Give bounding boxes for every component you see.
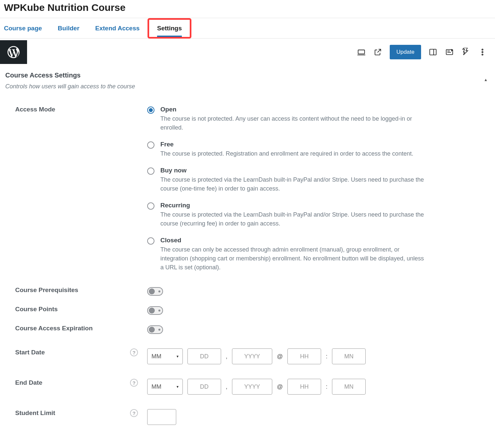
separator-colon: : — [326, 353, 327, 360]
start-date-month-select[interactable]: MM▾ — [147, 348, 183, 364]
end-date-minute-input[interactable] — [332, 379, 366, 395]
help-icon[interactable]: ? — [130, 379, 138, 387]
separator-comma: , — [226, 383, 227, 390]
start-date-year-input[interactable] — [232, 348, 272, 364]
radio-option-buy-now[interactable]: Buy now The course is protected via the … — [147, 167, 490, 193]
tab-bar: Course page Builder Extend Access Settin… — [0, 18, 495, 39]
start-date-label: Start Date — [5, 349, 45, 356]
separator-colon: : — [326, 383, 327, 390]
start-date-day-input[interactable] — [187, 348, 221, 364]
collapse-section-icon[interactable]: ▲ — [484, 77, 488, 82]
field-start-date: Start Date ? MM▾ , @ : — [5, 348, 490, 364]
points-label: Course Points — [5, 306, 58, 313]
chevron-down-icon: ▾ — [177, 354, 179, 359]
start-date-hour-input[interactable] — [287, 348, 321, 364]
radio-closed-title: Closed — [160, 237, 424, 244]
end-date-year-input[interactable] — [232, 379, 272, 395]
radio-option-free[interactable]: Free The course is protected. Registrati… — [147, 141, 490, 158]
radio-buy-now[interactable] — [147, 167, 154, 175]
separator-at: @ — [277, 383, 283, 390]
end-date-day-input[interactable] — [187, 379, 221, 395]
radio-recurring-title: Recurring — [160, 202, 424, 209]
svg-point-5 — [482, 54, 483, 55]
separator-at: @ — [277, 353, 283, 360]
section-title: Course Access Settings — [5, 72, 490, 79]
chevron-down-icon: ▾ — [177, 384, 179, 389]
end-date-label: End Date — [5, 379, 42, 386]
field-access-mode: Access Mode Open The course is not prote… — [5, 106, 490, 272]
wordpress-logo[interactable] — [0, 40, 27, 64]
radio-open[interactable] — [147, 106, 154, 114]
tab-settings-highlight: Settings — [148, 18, 191, 39]
tab-extend-access[interactable]: Extend Access — [95, 18, 140, 39]
section-header: Course Access Settings Controls how user… — [0, 66, 495, 90]
notes-icon[interactable] — [445, 47, 454, 57]
radio-option-open[interactable]: Open The course is not protected. Any us… — [147, 106, 490, 132]
radio-free[interactable] — [147, 141, 154, 149]
expiration-toggle[interactable] — [147, 325, 163, 334]
prerequisites-toggle[interactable] — [147, 287, 163, 296]
radio-recurring[interactable] — [147, 202, 154, 210]
radio-option-closed[interactable]: Closed The course can only be accessed t… — [147, 237, 490, 272]
section-description: Controls how users will gain access to t… — [5, 83, 490, 90]
student-limit-label: Student Limit — [5, 409, 55, 417]
access-mode-label: Access Mode — [5, 106, 55, 113]
student-limit-input[interactable] — [147, 409, 176, 425]
prerequisites-label: Course Prerequisites — [5, 286, 78, 294]
editor-toolbar: Update — [0, 39, 495, 66]
field-prerequisites: Course Prerequisites — [5, 286, 490, 296]
help-icon[interactable]: ? — [130, 409, 138, 417]
field-expiration: Course Access Expiration — [5, 325, 490, 334]
radio-free-title: Free — [160, 141, 413, 148]
radio-option-recurring[interactable]: Recurring The course is protected via th… — [147, 202, 490, 228]
svg-point-4 — [482, 51, 483, 52]
end-date-month-select[interactable]: MM▾ — [147, 379, 183, 395]
radio-closed-desc: The course can only be accessed through … — [160, 245, 424, 272]
expiration-label: Course Access Expiration — [5, 325, 93, 332]
svg-point-3 — [482, 49, 483, 50]
page-title: WPKube Nutrition Course — [0, 0, 495, 18]
radio-buy-now-desc: The course is protected via the LearnDas… — [160, 175, 424, 193]
learndash-icon[interactable] — [461, 47, 471, 57]
external-link-icon[interactable] — [373, 47, 382, 57]
tab-settings[interactable]: Settings — [157, 20, 182, 37]
field-student-limit: Student Limit ? — [5, 409, 490, 425]
field-points: Course Points — [5, 306, 490, 315]
field-end-date: End Date ? MM▾ , @ : — [5, 379, 490, 395]
radio-closed[interactable] — [147, 237, 154, 245]
svg-rect-1 — [430, 49, 436, 55]
radio-open-title: Open — [160, 106, 424, 113]
help-icon[interactable]: ? — [130, 348, 138, 356]
radio-free-desc: The course is protected. Registration an… — [160, 149, 413, 158]
wordpress-icon — [6, 45, 21, 59]
tab-course-page[interactable]: Course page — [4, 18, 42, 39]
sidebar-toggle-icon[interactable] — [428, 47, 438, 57]
device-preview-icon[interactable] — [357, 47, 366, 57]
radio-buy-now-title: Buy now — [160, 167, 424, 174]
separator-comma: , — [226, 353, 227, 360]
update-button[interactable]: Update — [390, 45, 421, 59]
radio-open-desc: The course is not protected. Any user ca… — [160, 114, 424, 132]
more-options-icon[interactable] — [478, 47, 487, 57]
start-date-minute-input[interactable] — [332, 348, 366, 364]
end-date-hour-input[interactable] — [287, 379, 321, 395]
points-toggle[interactable] — [147, 306, 163, 315]
tab-builder[interactable]: Builder — [58, 18, 79, 39]
radio-recurring-desc: The course is protected via the LearnDas… — [160, 210, 424, 228]
svg-rect-0 — [358, 50, 365, 54]
